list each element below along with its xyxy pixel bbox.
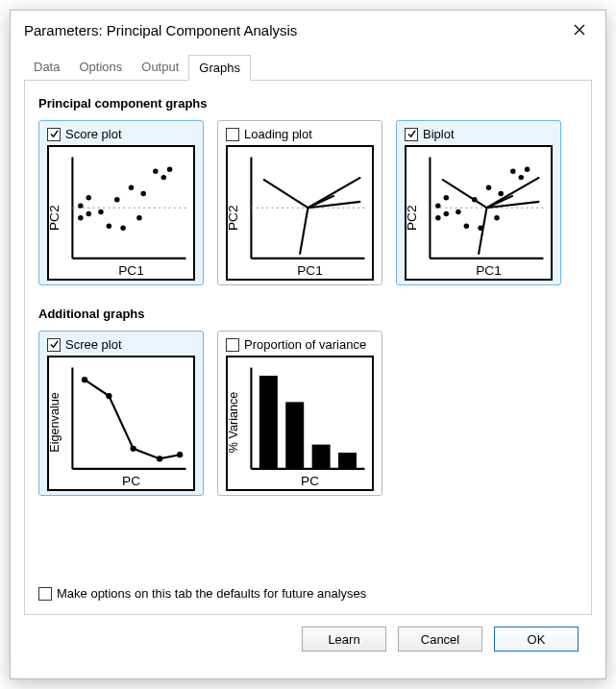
svg-text:PC1: PC1: [476, 263, 502, 278]
svg-line-40: [479, 208, 486, 254]
card-label: Score plot: [65, 127, 122, 141]
svg-text:PC1: PC1: [297, 263, 323, 278]
svg-point-59: [82, 377, 87, 382]
cancel-button[interactable]: Cancel: [398, 627, 482, 652]
svg-point-45: [456, 209, 460, 214]
checkbox-make-defaults[interactable]: [38, 587, 52, 601]
tab-data[interactable]: Data: [24, 55, 69, 81]
titlebar: Parameters: Principal Component Analysis: [11, 11, 605, 49]
svg-point-19: [161, 175, 166, 180]
svg-text:PC1: PC1: [118, 263, 144, 278]
svg-text:PC2: PC2: [47, 205, 62, 231]
tab-options[interactable]: Options: [69, 55, 132, 81]
svg-line-26: [263, 180, 308, 209]
svg-point-47: [472, 197, 477, 202]
svg-point-48: [478, 226, 482, 231]
card-label: Biplot: [423, 127, 455, 141]
svg-text:% Variance: % Variance: [227, 392, 240, 454]
svg-point-10: [86, 211, 91, 216]
card-head: Biplot: [405, 127, 553, 141]
window-close-button[interactable]: [563, 18, 596, 41]
tab-panel-graphs: Principal component graphs Score plot PC…: [24, 81, 592, 615]
svg-point-54: [525, 166, 530, 171]
svg-line-36: [442, 180, 486, 209]
svg-rect-68: [259, 376, 278, 469]
svg-point-20: [167, 166, 172, 171]
svg-point-60: [106, 393, 111, 399]
card-label: Proportion of variance: [244, 337, 366, 352]
checkbox-score-plot[interactable]: [47, 128, 61, 141]
tab-graphs[interactable]: Graphs: [188, 55, 251, 81]
svg-point-15: [129, 185, 134, 189]
card-biplot[interactable]: Biplot PC2 PC1: [396, 120, 561, 285]
variance-plot-thumb: % Variance PC: [226, 356, 374, 491]
svg-point-63: [177, 452, 183, 457]
svg-rect-69: [285, 402, 304, 469]
svg-point-12: [107, 223, 111, 228]
section-principal-title: Principal component graphs: [38, 96, 578, 111]
card-head: Scree plot: [47, 337, 195, 352]
svg-point-62: [157, 455, 162, 461]
svg-point-52: [510, 169, 515, 174]
card-label: Loading plot: [244, 127, 312, 141]
svg-point-8: [78, 215, 83, 220]
ok-button[interactable]: OK: [494, 627, 579, 652]
card-score-plot[interactable]: Score plot PC2 PC1: [38, 120, 204, 285]
svg-line-30: [300, 208, 308, 254]
svg-point-18: [153, 169, 158, 174]
window-title: Parameters: Principal Component Analysis: [24, 22, 297, 38]
svg-point-42: [435, 215, 440, 220]
additional-graph-row: Scree plot Eigenvalue PC: [38, 331, 578, 496]
svg-text:PC: PC: [301, 474, 319, 488]
svg-rect-71: [338, 453, 357, 469]
loading-plot-thumb: PC2 PC1: [226, 145, 374, 281]
svg-point-16: [136, 215, 141, 220]
card-scree-plot[interactable]: Scree plot Eigenvalue PC: [38, 331, 204, 496]
svg-point-43: [444, 195, 449, 200]
content-area: Data Options Output Graphs Principal com…: [11, 49, 605, 678]
svg-point-7: [78, 203, 83, 208]
svg-point-61: [130, 446, 136, 452]
card-label: Scree plot: [65, 337, 122, 352]
tab-strip: Data Options Output Graphs: [24, 55, 592, 81]
checkbox-loading-plot[interactable]: [226, 128, 239, 141]
section-additional-title: Additional graphs: [38, 307, 578, 321]
defaults-label: Make options on this tab the defaults fo…: [57, 586, 366, 601]
dialog-window: Parameters: Principal Component Analysis…: [10, 10, 606, 679]
svg-point-50: [494, 215, 499, 220]
card-variance-plot[interactable]: Proportion of variance % Variance PC: [217, 331, 382, 496]
checkbox-scree-plot[interactable]: [47, 338, 61, 352]
defaults-row: Make options on this tab the defaults fo…: [38, 586, 366, 601]
principal-graph-row: Score plot PC2 PC1: [38, 120, 578, 285]
checkbox-variance-plot[interactable]: [226, 338, 239, 352]
svg-point-44: [444, 211, 449, 216]
svg-text:PC2: PC2: [226, 205, 240, 231]
card-head: Loading plot: [226, 127, 374, 141]
scree-plot-thumb: Eigenvalue PC: [47, 356, 195, 491]
checkbox-biplot[interactable]: [405, 128, 418, 141]
close-icon: [574, 24, 585, 36]
svg-point-41: [435, 203, 440, 208]
score-plot-thumb: PC2 PC1: [47, 145, 195, 281]
svg-point-53: [519, 175, 524, 180]
dialog-footer: Learn Cancel OK: [24, 615, 592, 665]
card-head: Proportion of variance: [226, 337, 374, 352]
svg-point-13: [114, 197, 119, 202]
learn-button[interactable]: Learn: [302, 627, 386, 652]
svg-text:PC: PC: [122, 474, 140, 488]
svg-point-14: [120, 226, 125, 231]
svg-text:PC2: PC2: [405, 205, 419, 231]
card-loading-plot[interactable]: Loading plot PC2 PC1: [217, 120, 382, 285]
biplot-thumb: PC2 PC1: [405, 145, 553, 281]
svg-rect-70: [312, 445, 331, 469]
card-head: Score plot: [47, 127, 195, 141]
svg-point-11: [98, 209, 103, 214]
svg-text:Eigenvalue: Eigenvalue: [48, 392, 62, 452]
svg-point-49: [486, 185, 491, 189]
svg-point-46: [464, 223, 469, 228]
svg-point-51: [498, 191, 503, 196]
tab-output[interactable]: Output: [132, 55, 188, 81]
svg-point-9: [86, 195, 91, 200]
svg-point-17: [140, 191, 145, 196]
